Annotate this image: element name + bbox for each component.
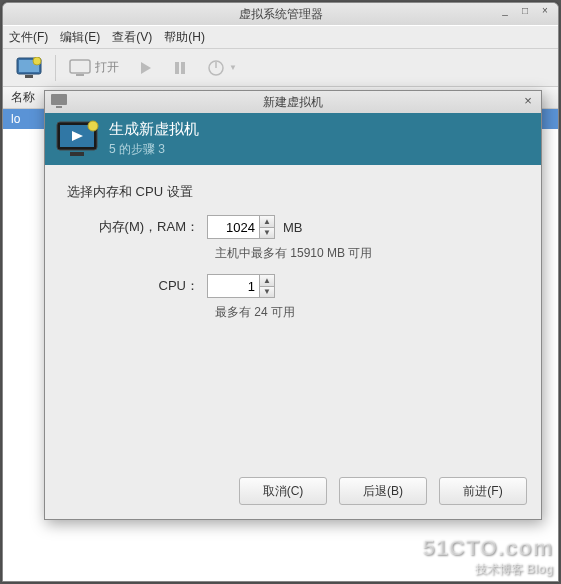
minimize-button[interactable]: _ [498,5,512,16]
dropdown-arrow-icon: ▼ [229,63,237,72]
power-button[interactable]: ▼ [200,55,244,81]
menu-help[interactable]: 帮助(H) [164,29,205,46]
column-name-label: 名称 [11,89,35,106]
ram-spinbox: ▲ ▼ [207,215,275,239]
cpu-input[interactable] [207,274,259,298]
cpu-label: CPU： [67,277,207,295]
memory-cpu-section-label: 选择内存和 CPU 设置 [67,183,519,201]
dialog-body: 选择内存和 CPU 设置 内存(M)，RAM： ▲ ▼ MB 主机中最多有 15… [45,165,541,351]
dialog-header: 生成新虚拟机 5 的步骤 3 [45,113,541,165]
window-controls: _ □ × [498,5,552,16]
dialog-app-icon [51,94,67,108]
ram-spin-up[interactable]: ▲ [260,216,274,228]
monitor-small-icon [69,59,91,77]
dialog-header-title: 生成新虚拟机 [109,120,199,139]
svg-rect-5 [76,74,84,76]
dialog-header-icon [55,120,99,158]
cpu-spin-down[interactable]: ▼ [260,287,274,298]
cpu-spinbox: ▲ ▼ [207,274,275,298]
vm-list-row-text: lo [11,112,20,126]
create-vm-button[interactable] [9,53,49,83]
ram-label: 内存(M)，RAM： [67,218,207,236]
maximize-button[interactable]: □ [518,5,532,16]
open-label: 打开 [95,59,119,76]
menu-view[interactable]: 查看(V) [112,29,152,46]
dialog-titlebar: 新建虚拟机 × [45,91,541,113]
svg-rect-11 [56,106,62,108]
dialog-close-button[interactable]: × [521,94,535,108]
play-icon [139,61,153,75]
toolbar-separator [55,55,56,81]
svg-point-15 [88,121,98,131]
svg-rect-4 [70,60,90,73]
cpu-row: CPU： ▲ ▼ [67,274,519,298]
pause-button[interactable] [166,57,194,79]
main-titlebar: 虚拟系统管理器 _ □ × [3,3,558,25]
ram-spin-down[interactable]: ▼ [260,228,274,239]
cancel-button[interactable]: 取消(C) [239,477,327,505]
new-vm-dialog: 新建虚拟机 × 生成新虚拟机 5 的步骤 3 选择内存和 CPU 设置 内存(M… [44,90,542,520]
menu-file[interactable]: 文件(F) [9,29,48,46]
back-button[interactable]: 后退(B) [339,477,427,505]
play-button[interactable] [132,57,160,79]
close-window-button[interactable]: × [538,5,552,16]
svg-rect-7 [181,62,185,74]
menu-edit[interactable]: 编辑(E) [60,29,100,46]
svg-rect-14 [70,152,84,156]
power-icon [207,59,225,77]
cpu-spin-buttons: ▲ ▼ [259,274,275,298]
toolbar: 打开 ▼ [3,49,558,87]
cpu-hint: 最多有 24 可用 [215,304,519,321]
dialog-title: 新建虚拟机 [263,94,323,111]
ram-row: 内存(M)，RAM： ▲ ▼ MB [67,215,519,239]
dialog-header-text: 生成新虚拟机 5 的步骤 3 [109,120,199,158]
ram-input[interactable] [207,215,259,239]
svg-rect-2 [25,75,33,78]
forward-button[interactable]: 前进(F) [439,477,527,505]
svg-rect-10 [51,94,67,105]
menubar: 文件(F) 编辑(E) 查看(V) 帮助(H) [3,25,558,49]
svg-point-3 [33,57,41,65]
svg-rect-6 [175,62,179,74]
monitor-icon [16,57,42,79]
dialog-step-label: 5 的步骤 3 [109,141,199,158]
pause-icon [173,61,187,75]
main-title: 虚拟系统管理器 [239,6,323,23]
open-vm-button[interactable]: 打开 [62,55,126,81]
cpu-spin-up[interactable]: ▲ [260,275,274,287]
ram-spin-buttons: ▲ ▼ [259,215,275,239]
dialog-button-row: 取消(C) 后退(B) 前进(F) [239,477,527,505]
ram-unit: MB [283,220,303,235]
ram-hint: 主机中最多有 15910 MB 可用 [215,245,519,262]
